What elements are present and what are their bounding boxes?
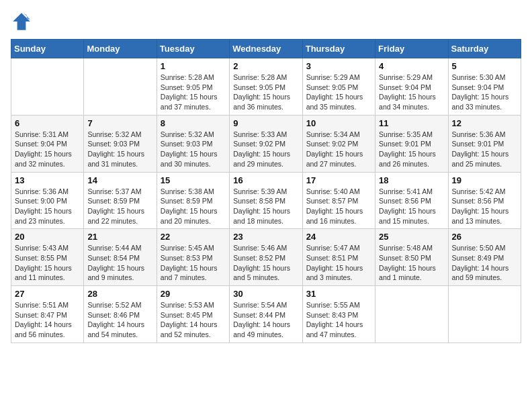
day-number: 24 (306, 232, 371, 242)
day-number: 1 (161, 61, 226, 71)
day-info: Sunrise: 5:40 AMSunset: 8:57 PMDaylight:… (306, 187, 371, 226)
day-number: 6 (15, 118, 80, 128)
calendar-cell: 4Sunrise: 5:29 AMSunset: 9:04 PMDaylight… (375, 58, 448, 116)
day-info: Sunrise: 5:43 AMSunset: 8:55 PMDaylight:… (15, 243, 80, 283)
calendar-cell: 9Sunrise: 5:33 AMSunset: 9:02 PMDaylight… (230, 115, 302, 172)
calendar-cell: 31Sunrise: 5:55 AMSunset: 8:43 PMDayligh… (302, 286, 375, 343)
day-number: 25 (379, 232, 444, 242)
calendar-cell: 13Sunrise: 5:36 AMSunset: 9:00 PMDayligh… (11, 172, 84, 229)
logo (11, 11, 35, 32)
day-info: Sunrise: 5:39 AMSunset: 8:58 PMDaylight:… (233, 187, 298, 226)
day-number: 9 (233, 118, 298, 128)
day-number: 12 (452, 118, 517, 128)
day-info: Sunrise: 5:54 AMSunset: 8:44 PMDaylight:… (233, 300, 298, 340)
day-info: Sunrise: 5:33 AMSunset: 9:02 PMDaylight:… (233, 130, 298, 169)
day-info: Sunrise: 5:31 AMSunset: 9:04 PMDaylight:… (15, 130, 80, 169)
day-info: Sunrise: 5:28 AMSunset: 9:05 PMDaylight:… (233, 73, 298, 112)
day-info: Sunrise: 5:38 AMSunset: 8:59 PMDaylight:… (161, 187, 226, 226)
day-number: 10 (306, 118, 371, 128)
day-info: Sunrise: 5:32 AMSunset: 9:03 PMDaylight:… (87, 130, 152, 169)
calendar-cell: 23Sunrise: 5:46 AMSunset: 8:52 PMDayligh… (230, 229, 302, 286)
calendar-cell: 30Sunrise: 5:54 AMSunset: 8:44 PMDayligh… (230, 286, 302, 343)
day-number: 23 (233, 232, 298, 242)
day-info: Sunrise: 5:48 AMSunset: 8:50 PMDaylight:… (379, 243, 444, 283)
calendar-cell: 10Sunrise: 5:34 AMSunset: 9:02 PMDayligh… (302, 115, 375, 172)
calendar-cell: 12Sunrise: 5:36 AMSunset: 9:01 PMDayligh… (448, 115, 521, 172)
calendar-cell: 11Sunrise: 5:35 AMSunset: 9:01 PMDayligh… (375, 115, 448, 172)
weekday-header-row: SundayMondayTuesdayWednesdayThursdayFrid… (11, 40, 521, 58)
calendar-cell (448, 286, 521, 343)
calendar-cell: 16Sunrise: 5:39 AMSunset: 8:58 PMDayligh… (230, 172, 302, 229)
calendar-cell: 3Sunrise: 5:29 AMSunset: 9:05 PMDaylight… (302, 58, 375, 116)
calendar-cell: 26Sunrise: 5:50 AMSunset: 8:49 PMDayligh… (448, 229, 521, 286)
day-number: 14 (87, 175, 152, 185)
calendar-cell: 2Sunrise: 5:28 AMSunset: 9:05 PMDaylight… (230, 58, 302, 116)
day-number: 19 (452, 175, 517, 185)
calendar-cell: 20Sunrise: 5:43 AMSunset: 8:55 PMDayligh… (11, 229, 84, 286)
day-info: Sunrise: 5:46 AMSunset: 8:52 PMDaylight:… (233, 243, 298, 283)
day-number: 17 (306, 175, 371, 185)
calendar-cell (84, 58, 157, 116)
day-number: 7 (87, 118, 152, 128)
calendar-cell: 17Sunrise: 5:40 AMSunset: 8:57 PMDayligh… (302, 172, 375, 229)
day-number: 28 (87, 289, 152, 299)
calendar-cell: 28Sunrise: 5:52 AMSunset: 8:46 PMDayligh… (84, 286, 157, 343)
day-number: 2 (233, 61, 298, 71)
day-number: 21 (87, 232, 152, 242)
day-number: 22 (161, 232, 226, 242)
day-info: Sunrise: 5:32 AMSunset: 9:03 PMDaylight:… (161, 130, 226, 169)
day-info: Sunrise: 5:29 AMSunset: 9:05 PMDaylight:… (306, 73, 371, 112)
day-number: 29 (161, 289, 226, 299)
day-info: Sunrise: 5:34 AMSunset: 9:02 PMDaylight:… (306, 130, 371, 169)
calendar-cell: 14Sunrise: 5:37 AMSunset: 8:59 PMDayligh… (84, 172, 157, 229)
day-info: Sunrise: 5:36 AMSunset: 9:00 PMDaylight:… (15, 187, 80, 226)
calendar-cell: 25Sunrise: 5:48 AMSunset: 8:50 PMDayligh… (375, 229, 448, 286)
day-info: Sunrise: 5:52 AMSunset: 8:46 PMDaylight:… (87, 300, 152, 340)
calendar-week-row: 20Sunrise: 5:43 AMSunset: 8:55 PMDayligh… (11, 229, 521, 286)
day-info: Sunrise: 5:45 AMSunset: 8:53 PMDaylight:… (161, 243, 226, 283)
day-number: 30 (233, 289, 298, 299)
day-number: 16 (233, 175, 298, 185)
logo-icon (11, 11, 32, 32)
day-number: 8 (161, 118, 226, 128)
svg-marker-0 (13, 13, 30, 30)
calendar-cell: 5Sunrise: 5:30 AMSunset: 9:04 PMDaylight… (448, 58, 521, 116)
day-info: Sunrise: 5:35 AMSunset: 9:01 PMDaylight:… (379, 130, 444, 169)
day-info: Sunrise: 5:41 AMSunset: 8:56 PMDaylight:… (379, 187, 444, 226)
calendar-cell: 15Sunrise: 5:38 AMSunset: 8:59 PMDayligh… (157, 172, 229, 229)
day-info: Sunrise: 5:53 AMSunset: 8:45 PMDaylight:… (161, 300, 226, 340)
day-info: Sunrise: 5:42 AMSunset: 8:56 PMDaylight:… (452, 187, 517, 226)
day-info: Sunrise: 5:30 AMSunset: 9:04 PMDaylight:… (452, 73, 517, 112)
calendar-cell: 27Sunrise: 5:51 AMSunset: 8:47 PMDayligh… (11, 286, 84, 343)
day-info: Sunrise: 5:37 AMSunset: 8:59 PMDaylight:… (87, 187, 152, 226)
calendar-cell: 21Sunrise: 5:44 AMSunset: 8:54 PMDayligh… (84, 229, 157, 286)
day-info: Sunrise: 5:51 AMSunset: 8:47 PMDaylight:… (15, 300, 80, 340)
weekday-header: Friday (375, 40, 448, 58)
calendar-week-row: 1Sunrise: 5:28 AMSunset: 9:05 PMDaylight… (11, 58, 521, 116)
day-number: 15 (161, 175, 226, 185)
calendar: SundayMondayTuesdayWednesdayThursdayFrid… (11, 39, 521, 343)
calendar-cell: 18Sunrise: 5:41 AMSunset: 8:56 PMDayligh… (375, 172, 448, 229)
day-number: 26 (452, 232, 517, 242)
day-info: Sunrise: 5:47 AMSunset: 8:51 PMDaylight:… (306, 243, 371, 283)
weekday-header: Thursday (302, 40, 375, 58)
day-info: Sunrise: 5:55 AMSunset: 8:43 PMDaylight:… (306, 300, 371, 340)
day-number: 20 (15, 232, 80, 242)
calendar-cell: 22Sunrise: 5:45 AMSunset: 8:53 PMDayligh… (157, 229, 229, 286)
day-number: 11 (379, 118, 444, 128)
weekday-header: Sunday (11, 40, 84, 58)
day-info: Sunrise: 5:44 AMSunset: 8:54 PMDaylight:… (87, 243, 152, 283)
weekday-header: Monday (84, 40, 157, 58)
calendar-cell (375, 286, 448, 343)
page-header (11, 11, 521, 32)
calendar-cell: 6Sunrise: 5:31 AMSunset: 9:04 PMDaylight… (11, 115, 84, 172)
calendar-cell: 29Sunrise: 5:53 AMSunset: 8:45 PMDayligh… (157, 286, 229, 343)
weekday-header: Wednesday (230, 40, 302, 58)
calendar-cell: 8Sunrise: 5:32 AMSunset: 9:03 PMDaylight… (157, 115, 229, 172)
calendar-week-row: 27Sunrise: 5:51 AMSunset: 8:47 PMDayligh… (11, 286, 521, 343)
weekday-header: Saturday (448, 40, 521, 58)
calendar-cell: 7Sunrise: 5:32 AMSunset: 9:03 PMDaylight… (84, 115, 157, 172)
day-number: 4 (379, 61, 444, 71)
day-number: 31 (306, 289, 371, 299)
day-number: 3 (306, 61, 371, 71)
